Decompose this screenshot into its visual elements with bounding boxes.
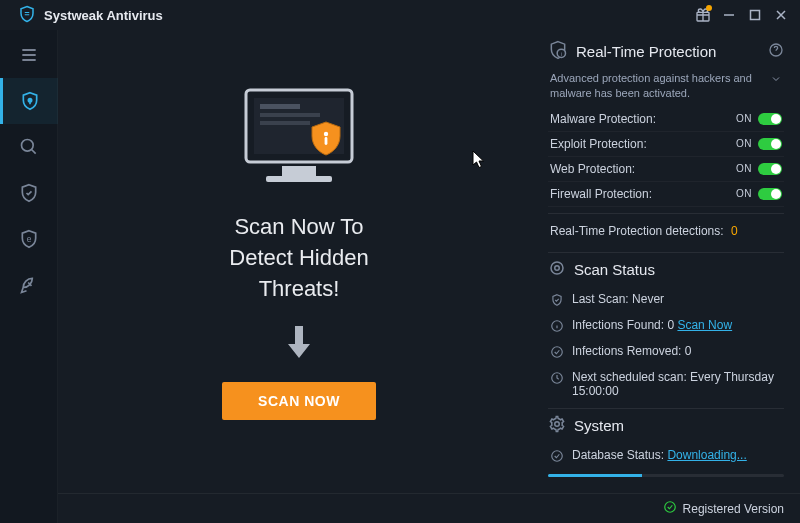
check-circle-icon bbox=[550, 449, 564, 466]
chevron-down-icon[interactable] bbox=[770, 73, 782, 89]
infections-found-value: 0 bbox=[667, 318, 674, 332]
sidebar-item-boost[interactable] bbox=[0, 262, 58, 308]
svg-point-3 bbox=[21, 140, 33, 152]
close-button[interactable] bbox=[768, 2, 794, 28]
right-panel: i Real-Time Protection Advanced protecti… bbox=[540, 30, 800, 493]
center-pane: Scan Now To Detect Hidden Threats! SCAN … bbox=[58, 30, 540, 493]
rt-protection-header: i Real-Time Protection bbox=[548, 40, 784, 63]
main-area: Scan Now To Detect Hidden Threats! SCAN … bbox=[58, 30, 800, 493]
minimize-button[interactable] bbox=[716, 2, 742, 28]
sidebar: e bbox=[0, 30, 58, 523]
cta-line-3: Threats! bbox=[229, 274, 368, 305]
svg-point-18 bbox=[555, 265, 560, 270]
malware-switch[interactable] bbox=[758, 113, 782, 125]
toggle-state: ON bbox=[736, 163, 752, 174]
svg-point-23 bbox=[552, 450, 563, 461]
system-title: System bbox=[574, 417, 624, 434]
firewall-switch[interactable] bbox=[758, 188, 782, 200]
last-scan-row: Last Scan: Never bbox=[548, 288, 784, 314]
scan-now-link[interactable]: Scan Now bbox=[677, 318, 732, 332]
registered-check-icon bbox=[663, 500, 677, 517]
download-progress bbox=[548, 474, 784, 477]
svg-text:e: e bbox=[26, 234, 31, 244]
toggle-web: Web Protection: ON bbox=[548, 157, 784, 182]
scan-status-header: Scan Status bbox=[548, 259, 784, 280]
infections-removed-value: 0 bbox=[685, 344, 692, 358]
toggle-state: ON bbox=[736, 188, 752, 199]
svg-point-12 bbox=[324, 132, 328, 136]
infections-removed-row: Infections Removed: 0 bbox=[548, 340, 784, 366]
gift-icon[interactable] bbox=[690, 2, 716, 28]
cta-line-1: Scan Now To bbox=[229, 212, 368, 243]
titlebar: Systweak Antivirus bbox=[0, 0, 800, 30]
web-switch[interactable] bbox=[758, 163, 782, 175]
svg-rect-8 bbox=[260, 113, 320, 117]
sidebar-item-web[interactable]: e bbox=[0, 216, 58, 262]
svg-rect-7 bbox=[260, 104, 300, 109]
maximize-button[interactable] bbox=[742, 2, 768, 28]
monitor-shield-illustration bbox=[224, 80, 374, 204]
database-status-value[interactable]: Downloading... bbox=[667, 448, 746, 462]
footer: Registered Version bbox=[58, 493, 800, 523]
check-shield-icon bbox=[550, 293, 564, 310]
menu-button[interactable] bbox=[0, 32, 58, 78]
rt-title: Real-Time Protection bbox=[576, 43, 716, 60]
help-icon[interactable] bbox=[768, 42, 784, 61]
cta-heading: Scan Now To Detect Hidden Threats! bbox=[229, 212, 368, 304]
svg-point-22 bbox=[555, 421, 560, 426]
app-logo-icon bbox=[18, 5, 36, 26]
toggle-label: Firewall Protection: bbox=[550, 187, 652, 201]
svg-rect-1 bbox=[751, 11, 760, 20]
toggle-label: Exploit Protection: bbox=[550, 137, 647, 151]
system-header: System bbox=[548, 415, 784, 436]
toggle-state: ON bbox=[736, 138, 752, 149]
exploit-switch[interactable] bbox=[758, 138, 782, 150]
clock-icon bbox=[550, 371, 564, 388]
scan-status-icon bbox=[548, 259, 566, 280]
database-status-row: Database Status: Downloading... bbox=[548, 444, 784, 470]
svg-rect-9 bbox=[260, 121, 310, 125]
sidebar-item-protection[interactable] bbox=[0, 78, 58, 124]
svg-point-24 bbox=[664, 502, 675, 513]
last-scan-value: Never bbox=[632, 292, 664, 306]
toggle-firewall: Firewall Protection: ON bbox=[548, 182, 784, 207]
gear-icon bbox=[548, 415, 566, 436]
rt-advanced-message: Advanced protection against hackers and … bbox=[548, 71, 784, 107]
check-circle-icon bbox=[550, 345, 564, 362]
svg-point-20 bbox=[552, 346, 563, 357]
info-icon bbox=[550, 319, 564, 336]
arrow-down-icon bbox=[283, 322, 315, 366]
rt-detections: Real-Time Protection detections: 0 bbox=[548, 220, 784, 246]
svg-text:i: i bbox=[561, 51, 562, 57]
svg-rect-10 bbox=[282, 166, 316, 176]
infections-found-row: Infections Found: 0 Scan Now bbox=[548, 314, 784, 340]
toggle-exploit: Exploit Protection: ON bbox=[548, 132, 784, 157]
sidebar-item-scan[interactable] bbox=[0, 124, 58, 170]
svg-point-2 bbox=[28, 99, 31, 102]
shield-info-icon: i bbox=[548, 40, 568, 63]
svg-rect-13 bbox=[325, 137, 328, 145]
svg-point-17 bbox=[551, 262, 563, 274]
svg-rect-11 bbox=[266, 176, 332, 182]
toggle-malware: Malware Protection: ON bbox=[548, 107, 784, 132]
scan-now-button[interactable]: SCAN NOW bbox=[222, 382, 376, 420]
toggle-label: Web Protection: bbox=[550, 162, 635, 176]
cta-line-2: Detect Hidden bbox=[229, 243, 368, 274]
app-title: Systweak Antivirus bbox=[44, 8, 163, 23]
toggle-label: Malware Protection: bbox=[550, 112, 656, 126]
toggle-state: ON bbox=[736, 113, 752, 124]
sidebar-item-quarantine[interactable] bbox=[0, 170, 58, 216]
scan-status-title: Scan Status bbox=[574, 261, 655, 278]
rt-detections-value: 0 bbox=[731, 224, 738, 238]
next-scan-row: Next scheduled scan: Every Thursday 15:0… bbox=[548, 366, 784, 402]
registered-label: Registered Version bbox=[683, 502, 784, 516]
